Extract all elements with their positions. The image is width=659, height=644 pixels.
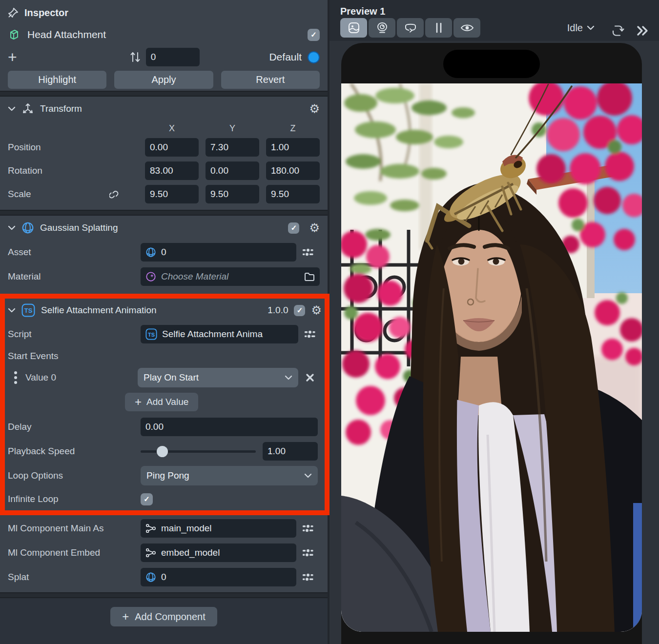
material-field[interactable]: Choose Material [141, 267, 320, 286]
add-value-button[interactable]: + Add Value [125, 393, 198, 411]
entity-enabled-checkbox[interactable]: ✓ [308, 29, 320, 41]
position-label: Position [8, 142, 41, 153]
asset-field[interactable]: 0 [141, 243, 296, 262]
add-value-row: + Add Value [5, 389, 325, 415]
gear-icon[interactable]: ⚙ [309, 221, 320, 235]
selfie-header[interactable]: Selfie Attachment Animation 1.0.0 ✓ ⚙ [5, 299, 325, 322]
rotation-z-input[interactable]: 180.00 [266, 161, 320, 180]
delay-input[interactable]: 0.00 [141, 418, 318, 436]
prefab-index-input[interactable]: 0 [146, 48, 200, 66]
infinite-loop-label: Infinite Loop [8, 494, 141, 504]
position-z-input[interactable]: 1.00 [266, 138, 320, 157]
playback-speed-input[interactable]: 1.00 [263, 442, 318, 461]
transform-header[interactable]: Transform ⚙ [0, 97, 328, 121]
connections-icon[interactable] [296, 248, 320, 257]
material-row: Material Choose Material [0, 264, 328, 289]
highlight-button[interactable]: Highlight [8, 71, 106, 89]
loop-options-label: Loop Options [8, 470, 141, 481]
connections-icon[interactable] [296, 573, 320, 582]
axis-y-label: Y [206, 123, 259, 134]
connections-icon[interactable] [298, 330, 322, 339]
preview-header: Preview 1 [330, 0, 659, 41]
splat-row: Splat 0 [0, 565, 328, 589]
gaussian-enabled-checkbox[interactable]: ✓ [288, 222, 299, 234]
link-icon[interactable] [109, 188, 121, 200]
add-component-button[interactable]: + Add Component [110, 607, 217, 626]
asset-label: Asset [8, 247, 141, 258]
connections-icon[interactable] [296, 524, 320, 533]
section-divider [0, 592, 328, 598]
device-frame [341, 43, 642, 644]
pause-button[interactable] [425, 18, 452, 38]
drag-handle-icon[interactable] [14, 370, 18, 385]
rotation-y-input[interactable]: 0.00 [206, 161, 259, 180]
selfie-enabled-checkbox[interactable]: ✓ [294, 305, 305, 316]
chevron-down-icon [8, 308, 16, 313]
rotation-x-input[interactable]: 83.00 [145, 161, 199, 180]
value0-label: Value 0 [25, 372, 138, 383]
playback-speed-slider[interactable] [141, 446, 256, 457]
double-chevron-icon[interactable] [636, 25, 649, 37]
splat-field[interactable]: 0 [141, 568, 296, 586]
inspector-header: Inspector [0, 2, 328, 23]
position-x-input[interactable]: 0.00 [145, 138, 199, 157]
axis-x-label: X [145, 123, 199, 134]
lens-studio-window: Inspector Head Attachment ✓ + 0 Default … [0, 0, 659, 644]
image-source-button[interactable] [340, 18, 367, 38]
scale-z-input[interactable]: 9.50 [266, 185, 320, 203]
infinite-loop-checkbox[interactable]: ✓ [141, 493, 153, 505]
gear-icon[interactable]: ⚙ [309, 102, 320, 116]
connections-icon[interactable] [296, 548, 320, 557]
script-row: Script Selfie Attachment Anima [5, 322, 325, 346]
chevron-down-icon [304, 473, 312, 478]
transform-icon [21, 102, 34, 115]
position-y-input[interactable]: 7.30 [206, 138, 259, 157]
revert-button[interactable]: Revert [221, 71, 320, 89]
chevron-down-icon [8, 106, 16, 111]
scale-x-input[interactable]: 9.50 [145, 185, 199, 203]
material-placeholder: Choose Material [161, 271, 228, 282]
section-divider [0, 91, 328, 97]
value0-dropdown[interactable]: Play On Start [138, 368, 298, 387]
apply-button[interactable]: Apply [114, 71, 213, 89]
ml-embed-row: Ml Component Embed embed_model [0, 541, 328, 565]
script-field[interactable]: Selfie Attachment Anima [141, 325, 298, 343]
ml-main-asset-field[interactable]: main_model [141, 519, 296, 538]
prefab-row: + 0 Default [0, 46, 328, 68]
selfie-animation-section-highlight: Selfie Attachment Animation 1.0.0 ✓ ⚙ Sc… [0, 294, 330, 515]
add-icon[interactable]: + [8, 49, 17, 65]
orbit-button[interactable] [397, 18, 424, 38]
plus-icon: + [122, 611, 129, 623]
asset-row: Asset 0 [0, 240, 328, 264]
position-row: Position 0.00 7.30 1.00 [0, 136, 328, 159]
preview-viewport[interactable] [330, 41, 659, 644]
rotation-row: Rotation 83.00 0.00 180.00 [0, 159, 328, 182]
ml-embed-field[interactable]: embed_model [141, 543, 296, 562]
scale-y-input[interactable]: 9.50 [206, 185, 259, 203]
folder-icon[interactable] [304, 272, 315, 282]
scale-row: Scale 9.50 9.50 9.50 [0, 182, 328, 206]
chevron-down-icon [285, 375, 292, 380]
camera-feed[interactable] [341, 83, 642, 632]
splat-label: Splat [8, 572, 141, 583]
remove-value-icon[interactable] [298, 373, 322, 382]
preview-header-right [610, 23, 649, 38]
script-label: Script [8, 329, 141, 340]
restart-icon[interactable] [610, 23, 625, 38]
preview-mode-dropdown[interactable]: Idle [567, 22, 595, 34]
sort-order-icon[interactable] [129, 51, 141, 63]
gear-icon[interactable]: ⚙ [311, 303, 322, 317]
loop-options-dropdown[interactable]: Ping Pong [141, 466, 318, 485]
typescript-icon [145, 328, 157, 340]
gaussian-header[interactable]: Gaussian Splatting ✓ ⚙ [0, 216, 328, 240]
default-radio[interactable] [308, 51, 320, 63]
ml-embed-label: Ml Component Embed [8, 547, 141, 558]
prefab-actions: Highlight Apply Revert [0, 68, 328, 91]
transform-title: Transform [40, 103, 82, 114]
visibility-button[interactable] [453, 18, 480, 38]
default-label: Default [269, 51, 302, 63]
slider-knob[interactable] [157, 446, 168, 457]
ml-network-icon [145, 523, 156, 533]
scale-label: Scale [8, 189, 31, 200]
webcam-button[interactable] [369, 18, 395, 38]
